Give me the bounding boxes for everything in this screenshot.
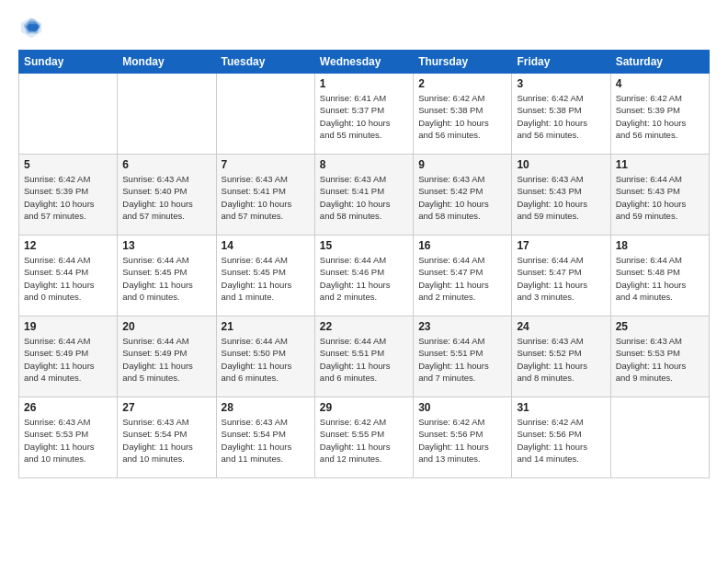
day-info: Sunrise: 6:43 AM Sunset: 5:54 PM Dayligh… [222, 416, 310, 465]
day-number: 12 [24, 239, 112, 252]
day-header-sunday: Sunday [19, 51, 118, 74]
day-info: Sunrise: 6:44 AM Sunset: 5:47 PM Dayligh… [517, 254, 605, 303]
day-cell: 11Sunrise: 6:44 AM Sunset: 5:43 PM Dayli… [610, 155, 709, 236]
day-header-monday: Monday [118, 51, 216, 74]
day-header-wednesday: Wednesday [314, 51, 413, 74]
day-cell: 27Sunrise: 6:43 AM Sunset: 5:54 PM Dayli… [118, 397, 216, 478]
day-info: Sunrise: 6:42 AM Sunset: 5:38 PM Dayligh… [418, 92, 506, 141]
day-info: Sunrise: 6:42 AM Sunset: 5:56 PM Dayligh… [418, 416, 506, 465]
day-cell: 9Sunrise: 6:43 AM Sunset: 5:42 PM Daylig… [414, 155, 512, 236]
day-info: Sunrise: 6:44 AM Sunset: 5:46 PM Dayligh… [320, 254, 408, 303]
day-cell: 17Sunrise: 6:44 AM Sunset: 5:47 PM Dayli… [512, 236, 610, 316]
day-cell: 5Sunrise: 6:42 AM Sunset: 5:39 PM Daylig… [19, 155, 118, 236]
day-info: Sunrise: 6:44 AM Sunset: 5:51 PM Dayligh… [320, 335, 408, 384]
day-cell: 16Sunrise: 6:44 AM Sunset: 5:47 PM Dayli… [414, 236, 512, 316]
week-row-2: 5Sunrise: 6:42 AM Sunset: 5:39 PM Daylig… [19, 155, 710, 236]
day-info: Sunrise: 6:44 AM Sunset: 5:44 PM Dayligh… [24, 254, 112, 303]
day-cell: 29Sunrise: 6:42 AM Sunset: 5:55 PM Dayli… [314, 397, 413, 478]
day-number: 30 [418, 401, 506, 414]
day-info: Sunrise: 6:42 AM Sunset: 5:39 PM Dayligh… [24, 173, 112, 222]
day-info: Sunrise: 6:43 AM Sunset: 5:42 PM Dayligh… [418, 173, 506, 222]
day-cell: 30Sunrise: 6:42 AM Sunset: 5:56 PM Dayli… [414, 397, 512, 478]
day-number: 20 [122, 320, 210, 333]
header [18, 15, 710, 40]
day-number: 3 [517, 77, 605, 90]
day-number: 16 [418, 239, 506, 252]
day-number: 22 [320, 320, 408, 333]
day-cell: 4Sunrise: 6:42 AM Sunset: 5:39 PM Daylig… [610, 74, 709, 155]
day-cell: 15Sunrise: 6:44 AM Sunset: 5:46 PM Dayli… [314, 236, 413, 316]
day-number: 1 [320, 77, 408, 90]
week-row-1: 1Sunrise: 6:41 AM Sunset: 5:37 PM Daylig… [19, 74, 710, 155]
day-cell: 10Sunrise: 6:43 AM Sunset: 5:43 PM Dayli… [512, 155, 610, 236]
day-info: Sunrise: 6:42 AM Sunset: 5:55 PM Dayligh… [320, 416, 408, 465]
day-number: 6 [122, 158, 210, 171]
logo-icon [18, 15, 44, 40]
day-cell: 20Sunrise: 6:44 AM Sunset: 5:49 PM Dayli… [118, 316, 216, 397]
day-info: Sunrise: 6:44 AM Sunset: 5:50 PM Dayligh… [222, 335, 310, 384]
day-cell: 6Sunrise: 6:43 AM Sunset: 5:40 PM Daylig… [118, 155, 216, 236]
day-info: Sunrise: 6:42 AM Sunset: 5:39 PM Dayligh… [616, 92, 704, 141]
day-number: 2 [418, 77, 506, 90]
calendar-table: SundayMondayTuesdayWednesdayThursdayFrid… [18, 50, 710, 478]
day-number: 23 [418, 320, 506, 333]
day-number: 28 [222, 401, 310, 414]
days-header-row: SundayMondayTuesdayWednesdayThursdayFrid… [19, 51, 710, 74]
day-info: Sunrise: 6:44 AM Sunset: 5:49 PM Dayligh… [122, 335, 210, 384]
day-header-friday: Friday [512, 51, 610, 74]
day-info: Sunrise: 6:43 AM Sunset: 5:53 PM Dayligh… [616, 335, 704, 384]
day-info: Sunrise: 6:43 AM Sunset: 5:52 PM Dayligh… [517, 335, 605, 384]
day-number: 26 [24, 401, 112, 414]
day-number: 15 [320, 239, 408, 252]
day-cell: 31Sunrise: 6:42 AM Sunset: 5:56 PM Dayli… [512, 397, 610, 478]
day-cell: 1Sunrise: 6:41 AM Sunset: 5:37 PM Daylig… [314, 74, 413, 155]
day-cell: 28Sunrise: 6:43 AM Sunset: 5:54 PM Dayli… [216, 397, 314, 478]
day-info: Sunrise: 6:43 AM Sunset: 5:41 PM Dayligh… [320, 173, 408, 222]
day-cell: 13Sunrise: 6:44 AM Sunset: 5:45 PM Dayli… [118, 236, 216, 316]
day-number: 17 [517, 239, 605, 252]
day-cell: 24Sunrise: 6:43 AM Sunset: 5:52 PM Dayli… [512, 316, 610, 397]
day-info: Sunrise: 6:43 AM Sunset: 5:43 PM Dayligh… [517, 173, 605, 222]
day-number: 19 [24, 320, 112, 333]
day-number: 21 [222, 320, 310, 333]
day-info: Sunrise: 6:43 AM Sunset: 5:54 PM Dayligh… [122, 416, 210, 465]
day-cell [216, 74, 314, 155]
day-info: Sunrise: 6:43 AM Sunset: 5:40 PM Dayligh… [122, 173, 210, 222]
day-info: Sunrise: 6:43 AM Sunset: 5:53 PM Dayligh… [24, 416, 112, 465]
week-row-3: 12Sunrise: 6:44 AM Sunset: 5:44 PM Dayli… [19, 236, 710, 316]
day-cell: 23Sunrise: 6:44 AM Sunset: 5:51 PM Dayli… [414, 316, 512, 397]
week-row-4: 19Sunrise: 6:44 AM Sunset: 5:49 PM Dayli… [19, 316, 710, 397]
day-number: 13 [122, 239, 210, 252]
day-cell: 14Sunrise: 6:44 AM Sunset: 5:45 PM Dayli… [216, 236, 314, 316]
day-number: 4 [616, 77, 704, 90]
day-cell: 26Sunrise: 6:43 AM Sunset: 5:53 PM Dayli… [19, 397, 118, 478]
day-cell: 12Sunrise: 6:44 AM Sunset: 5:44 PM Dayli… [19, 236, 118, 316]
day-info: Sunrise: 6:42 AM Sunset: 5:38 PM Dayligh… [517, 92, 605, 141]
day-number: 5 [24, 158, 112, 171]
day-info: Sunrise: 6:44 AM Sunset: 5:45 PM Dayligh… [222, 254, 310, 303]
day-number: 7 [222, 158, 310, 171]
day-number: 14 [222, 239, 310, 252]
day-number: 25 [616, 320, 704, 333]
day-info: Sunrise: 6:43 AM Sunset: 5:41 PM Dayligh… [222, 173, 310, 222]
day-number: 9 [418, 158, 506, 171]
day-number: 11 [616, 158, 704, 171]
calendar-container: SundayMondayTuesdayWednesdayThursdayFrid… [0, 0, 728, 493]
day-cell: 19Sunrise: 6:44 AM Sunset: 5:49 PM Dayli… [19, 316, 118, 397]
day-header-tuesday: Tuesday [216, 51, 314, 74]
day-cell: 2Sunrise: 6:42 AM Sunset: 5:38 PM Daylig… [414, 74, 512, 155]
day-cell: 8Sunrise: 6:43 AM Sunset: 5:41 PM Daylig… [314, 155, 413, 236]
day-cell [610, 397, 709, 478]
day-cell: 21Sunrise: 6:44 AM Sunset: 5:50 PM Dayli… [216, 316, 314, 397]
day-cell: 7Sunrise: 6:43 AM Sunset: 5:41 PM Daylig… [216, 155, 314, 236]
day-info: Sunrise: 6:41 AM Sunset: 5:37 PM Dayligh… [320, 92, 408, 141]
day-cell: 22Sunrise: 6:44 AM Sunset: 5:51 PM Dayli… [314, 316, 413, 397]
day-info: Sunrise: 6:44 AM Sunset: 5:49 PM Dayligh… [24, 335, 112, 384]
day-header-saturday: Saturday [610, 51, 709, 74]
day-info: Sunrise: 6:44 AM Sunset: 5:47 PM Dayligh… [418, 254, 506, 303]
day-number: 31 [517, 401, 605, 414]
day-cell [118, 74, 216, 155]
day-cell: 25Sunrise: 6:43 AM Sunset: 5:53 PM Dayli… [610, 316, 709, 397]
day-number: 24 [517, 320, 605, 333]
day-number: 29 [320, 401, 408, 414]
